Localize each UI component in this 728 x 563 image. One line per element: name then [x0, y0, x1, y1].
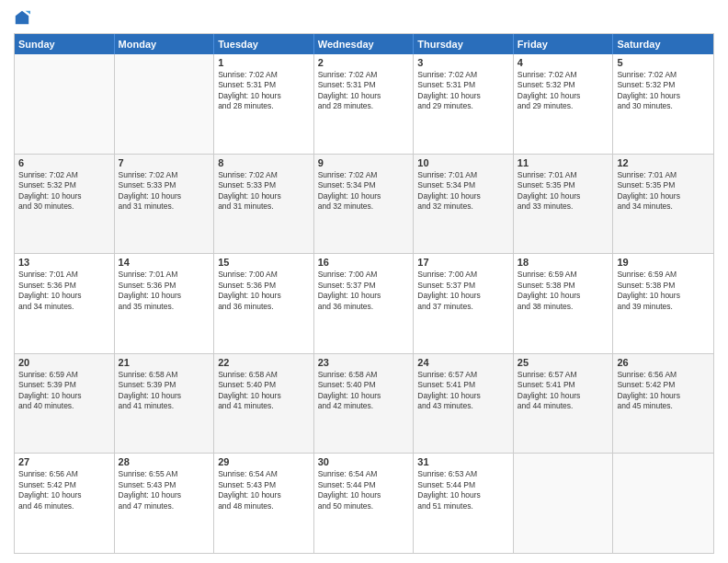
day-info: Sunrise: 6:58 AM Sunset: 5:40 PM Dayligh… [318, 370, 410, 412]
day-info: Sunrise: 6:58 AM Sunset: 5:40 PM Dayligh… [218, 370, 310, 412]
day-number: 20 [18, 357, 110, 368]
header-day-thursday: Thursday [414, 34, 514, 54]
day-number: 9 [318, 157, 410, 168]
calendar: SundayMondayTuesdayWednesdayThursdayFrid… [14, 33, 714, 554]
day-number: 11 [518, 157, 609, 168]
day-number: 24 [417, 357, 509, 368]
day-info: Sunrise: 6:53 AM Sunset: 5:44 PM Dayligh… [417, 469, 509, 511]
calendar-header: SundayMondayTuesdayWednesdayThursdayFrid… [15, 34, 713, 54]
day-info: Sunrise: 6:56 AM Sunset: 5:42 PM Dayligh… [18, 469, 110, 511]
day-number: 5 [617, 57, 710, 68]
day-cell-30: 30Sunrise: 6:54 AM Sunset: 5:44 PM Dayli… [314, 454, 415, 553]
calendar-row-2: 6Sunrise: 7:02 AM Sunset: 5:32 PM Daylig… [15, 155, 713, 255]
day-info: Sunrise: 7:01 AM Sunset: 5:35 PM Dayligh… [617, 170, 710, 213]
calendar-row-1: 1Sunrise: 7:02 AM Sunset: 5:31 PM Daylig… [15, 54, 713, 155]
day-number: 22 [218, 357, 310, 368]
day-number: 16 [318, 257, 410, 268]
day-cell-11: 11Sunrise: 7:01 AM Sunset: 5:35 PM Dayli… [514, 155, 614, 254]
day-info: Sunrise: 6:59 AM Sunset: 5:38 PM Dayligh… [518, 270, 609, 312]
day-cell-29: 29Sunrise: 6:54 AM Sunset: 5:43 PM Dayli… [214, 454, 314, 553]
day-cell-15: 15Sunrise: 7:00 AM Sunset: 5:36 PM Dayli… [214, 254, 314, 353]
day-info: Sunrise: 7:02 AM Sunset: 5:31 PM Dayligh… [218, 70, 310, 112]
day-cell-1: 1Sunrise: 7:02 AM Sunset: 5:31 PM Daylig… [214, 54, 314, 154]
day-number: 31 [417, 456, 509, 467]
day-info: Sunrise: 7:02 AM Sunset: 5:32 PM Dayligh… [617, 70, 710, 112]
empty-cell [613, 454, 713, 553]
day-number: 13 [18, 257, 110, 268]
empty-cell [115, 54, 215, 154]
day-info: Sunrise: 6:54 AM Sunset: 5:43 PM Dayligh… [218, 469, 310, 511]
day-number: 30 [318, 456, 410, 467]
day-info: Sunrise: 6:59 AM Sunset: 5:38 PM Dayligh… [617, 270, 710, 312]
day-number: 17 [417, 257, 509, 268]
day-number: 28 [119, 456, 210, 467]
day-number: 19 [617, 257, 710, 268]
day-cell-6: 6Sunrise: 7:02 AM Sunset: 5:32 PM Daylig… [15, 155, 115, 254]
day-number: 26 [617, 357, 710, 368]
day-info: Sunrise: 6:59 AM Sunset: 5:39 PM Dayligh… [18, 370, 110, 412]
day-cell-21: 21Sunrise: 6:58 AM Sunset: 5:39 PM Dayli… [115, 354, 215, 454]
day-cell-27: 27Sunrise: 6:56 AM Sunset: 5:42 PM Dayli… [15, 454, 115, 553]
day-cell-3: 3Sunrise: 7:02 AM Sunset: 5:31 PM Daylig… [414, 54, 514, 154]
day-info: Sunrise: 7:01 AM Sunset: 5:35 PM Dayligh… [518, 170, 609, 213]
header-day-sunday: Sunday [15, 34, 115, 54]
day-number: 1 [218, 57, 310, 68]
day-cell-16: 16Sunrise: 7:00 AM Sunset: 5:37 PM Dayli… [314, 254, 415, 353]
day-number: 6 [18, 157, 110, 168]
day-info: Sunrise: 6:58 AM Sunset: 5:39 PM Dayligh… [119, 370, 210, 412]
header-day-tuesday: Tuesday [214, 34, 314, 54]
day-info: Sunrise: 7:01 AM Sunset: 5:36 PM Dayligh… [119, 270, 210, 312]
day-cell-13: 13Sunrise: 7:01 AM Sunset: 5:36 PM Dayli… [15, 254, 115, 353]
calendar-row-4: 20Sunrise: 6:59 AM Sunset: 5:39 PM Dayli… [15, 354, 713, 454]
day-cell-22: 22Sunrise: 6:58 AM Sunset: 5:40 PM Dayli… [214, 354, 314, 454]
day-cell-5: 5Sunrise: 7:02 AM Sunset: 5:32 PM Daylig… [613, 54, 713, 154]
day-number: 4 [518, 57, 609, 68]
day-info: Sunrise: 7:02 AM Sunset: 5:34 PM Dayligh… [318, 170, 410, 213]
page: SundayMondayTuesdayWednesdayThursdayFrid… [0, 0, 728, 563]
header-day-monday: Monday [115, 34, 215, 54]
day-cell-7: 7Sunrise: 7:02 AM Sunset: 5:33 PM Daylig… [115, 155, 215, 254]
day-cell-10: 10Sunrise: 7:01 AM Sunset: 5:34 PM Dayli… [414, 155, 514, 254]
day-info: Sunrise: 7:02 AM Sunset: 5:31 PM Dayligh… [417, 70, 509, 112]
header-day-saturday: Saturday [613, 34, 713, 54]
day-cell-20: 20Sunrise: 6:59 AM Sunset: 5:39 PM Dayli… [15, 354, 115, 454]
day-cell-28: 28Sunrise: 6:55 AM Sunset: 5:43 PM Dayli… [115, 454, 215, 553]
day-number: 23 [318, 357, 410, 368]
day-cell-18: 18Sunrise: 6:59 AM Sunset: 5:38 PM Dayli… [514, 254, 614, 353]
day-info: Sunrise: 7:02 AM Sunset: 5:33 PM Dayligh… [218, 170, 310, 213]
day-number: 8 [218, 157, 310, 168]
day-number: 15 [218, 257, 310, 268]
day-info: Sunrise: 7:01 AM Sunset: 5:34 PM Dayligh… [417, 170, 509, 213]
day-cell-8: 8Sunrise: 7:02 AM Sunset: 5:33 PM Daylig… [214, 155, 314, 254]
day-number: 14 [119, 257, 210, 268]
day-number: 10 [417, 157, 509, 168]
day-info: Sunrise: 7:01 AM Sunset: 5:36 PM Dayligh… [18, 270, 110, 312]
day-cell-17: 17Sunrise: 7:00 AM Sunset: 5:37 PM Dayli… [414, 254, 514, 353]
day-cell-25: 25Sunrise: 6:57 AM Sunset: 5:41 PM Dayli… [514, 354, 614, 454]
day-cell-23: 23Sunrise: 6:58 AM Sunset: 5:40 PM Dayli… [314, 354, 415, 454]
day-number: 2 [318, 57, 410, 68]
calendar-body: 1Sunrise: 7:02 AM Sunset: 5:31 PM Daylig… [15, 54, 713, 553]
day-number: 21 [119, 357, 210, 368]
day-info: Sunrise: 7:02 AM Sunset: 5:32 PM Dayligh… [18, 170, 110, 213]
day-info: Sunrise: 6:55 AM Sunset: 5:43 PM Dayligh… [119, 469, 210, 511]
logo-icon [14, 9, 30, 26]
day-info: Sunrise: 6:57 AM Sunset: 5:41 PM Dayligh… [518, 370, 609, 412]
day-number: 7 [119, 157, 210, 168]
header-day-friday: Friday [514, 34, 614, 54]
day-cell-2: 2Sunrise: 7:02 AM Sunset: 5:31 PM Daylig… [314, 54, 415, 154]
svg-marker-0 [16, 11, 28, 24]
day-cell-31: 31Sunrise: 6:53 AM Sunset: 5:44 PM Dayli… [414, 454, 514, 553]
day-cell-14: 14Sunrise: 7:01 AM Sunset: 5:36 PM Dayli… [115, 254, 215, 353]
day-cell-26: 26Sunrise: 6:56 AM Sunset: 5:42 PM Dayli… [613, 354, 713, 454]
day-cell-19: 19Sunrise: 6:59 AM Sunset: 5:38 PM Dayli… [613, 254, 713, 353]
day-info: Sunrise: 7:02 AM Sunset: 5:31 PM Dayligh… [318, 70, 410, 112]
day-number: 27 [18, 456, 110, 467]
day-info: Sunrise: 7:00 AM Sunset: 5:36 PM Dayligh… [218, 270, 310, 312]
calendar-row-3: 13Sunrise: 7:01 AM Sunset: 5:36 PM Dayli… [15, 254, 713, 354]
day-info: Sunrise: 6:54 AM Sunset: 5:44 PM Dayligh… [318, 469, 410, 511]
day-number: 29 [218, 456, 310, 467]
svg-marker-1 [26, 11, 30, 15]
day-info: Sunrise: 7:00 AM Sunset: 5:37 PM Dayligh… [318, 270, 410, 312]
header [14, 9, 714, 26]
